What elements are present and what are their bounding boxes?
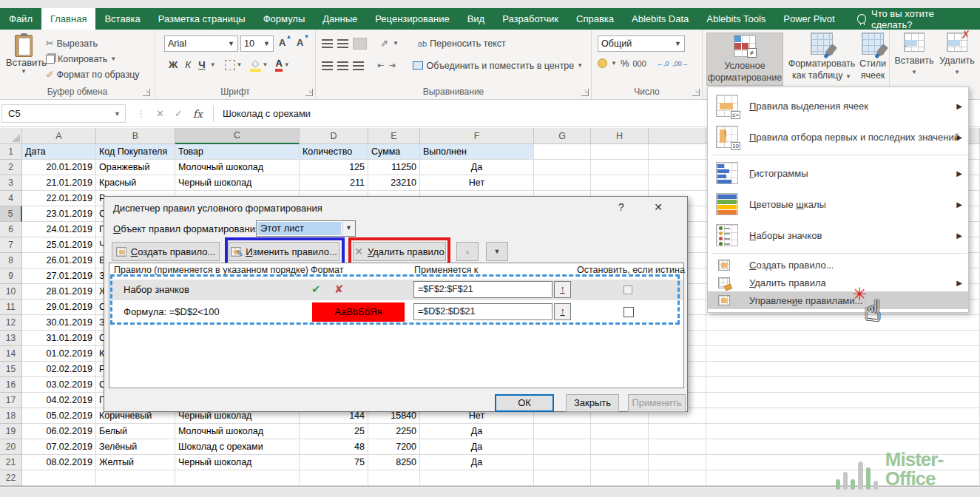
shrink-font-button[interactable]: А▼ — [294, 37, 311, 48]
cell-G1[interactable] — [534, 144, 591, 160]
cell-A2[interactable]: 20.01.2019 — [22, 160, 96, 175]
cell-B21[interactable]: Желтый — [96, 455, 175, 470]
cell-H2[interactable] — [591, 160, 649, 175]
orientation-caret[interactable]: ▼ — [393, 40, 399, 47]
menu-item-data-bars[interactable]: Гистограммы ▶ — [708, 158, 968, 189]
menu-item-top-bottom-rules[interactable]: ↑10 Правила отбора первых и последних зн… — [708, 121, 968, 152]
ribbon-tab-данные[interactable]: Данные — [314, 8, 366, 30]
decrease-indent-icon[interactable]: ⇤ — [377, 61, 384, 70]
cell-F2[interactable]: Да — [420, 160, 534, 175]
move-up-button[interactable]: ▲ — [456, 242, 479, 261]
apply-button[interactable]: Применить — [628, 394, 686, 412]
cell-I3[interactable] — [649, 175, 706, 191]
cell-H3[interactable] — [591, 175, 649, 191]
collapse-dialog-button[interactable]: ↑ — [554, 281, 571, 298]
fill-color-caret[interactable]: ▼ — [263, 61, 268, 68]
cell-G22[interactable] — [534, 470, 591, 486]
ribbon-tab-ablebits-tools[interactable]: Ablebits Tools — [697, 8, 774, 30]
cell-A20[interactable]: 07.02.2019 — [22, 439, 96, 455]
format-as-table-button[interactable]: Форматировать как таблицу ▼ — [788, 33, 856, 83]
column-header-F[interactable]: F — [420, 128, 534, 144]
insert-cells-button[interactable]: ← Вставить ▼ — [894, 33, 934, 78]
cell-I22[interactable] — [649, 470, 706, 486]
cell-A17[interactable]: 04.02.2019 — [22, 393, 96, 408]
tell-me-box[interactable]: Что вы хотите сделать? — [848, 8, 980, 30]
ribbon-tab-файл[interactable]: Файл — [0, 8, 41, 30]
cell-D21[interactable]: 75 — [300, 455, 368, 470]
percent-style-button[interactable]: % — [621, 58, 629, 69]
accounting-format-icon[interactable] — [598, 58, 607, 68]
cell-A21[interactable]: 08.02.2019 — [22, 455, 96, 470]
rule-row-formula[interactable]: Формула: =$D$2<100 АаВbБбЯя =$D$2:$D$21 … — [110, 302, 683, 322]
cell-E20[interactable]: 7200 — [368, 439, 420, 455]
help-button[interactable]: ? — [613, 201, 629, 213]
borders-icon[interactable] — [225, 60, 235, 70]
menu-item-clear-rules[interactable]: Удалить правила ▶ — [708, 274, 968, 291]
row-header-17[interactable]: 17 — [0, 393, 22, 408]
cell-A22[interactable] — [22, 470, 96, 486]
row-header-13[interactable]: 13 — [0, 331, 22, 346]
column-header-G[interactable]: G — [534, 128, 591, 144]
cell-A15[interactable]: 02.02.2019 — [22, 362, 96, 377]
fill-color-icon[interactable]: ◇ — [250, 58, 261, 72]
close-button[interactable]: Закрыть — [566, 394, 619, 412]
paste-button[interactable]: Вставить ▼ — [6, 33, 41, 89]
cell-H22[interactable] — [591, 470, 649, 486]
align-bottom-icon[interactable] — [353, 38, 367, 50]
ribbon-tab-power-pivot[interactable]: Power Pivot — [774, 8, 843, 30]
column-header-A[interactable]: A — [22, 128, 96, 144]
cell-B19[interactable]: Белый — [96, 424, 175, 439]
cell-A7[interactable]: 25.01.2019 — [22, 237, 96, 253]
cell-A9[interactable]: 27.01.2019 — [22, 268, 96, 284]
row-header-20[interactable]: 20 — [0, 439, 22, 455]
cell-C3[interactable]: Черный шоколад — [175, 175, 300, 191]
clipboard-dialog-launcher[interactable]: ↘ — [143, 89, 150, 96]
cell-F20[interactable]: Да — [420, 439, 534, 455]
insert-function-button[interactable]: fx — [193, 108, 203, 120]
cell-A14[interactable]: 01.02.2019 — [22, 346, 96, 362]
align-top-icon[interactable] — [322, 39, 333, 48]
cell-E19[interactable]: 2250 — [368, 424, 420, 439]
row-header-18[interactable]: 18 — [0, 408, 22, 424]
cell-I1[interactable] — [649, 144, 706, 160]
move-down-button[interactable]: ▼ — [486, 242, 508, 261]
row-header-9[interactable]: 9 — [0, 268, 22, 284]
ribbon-tab-разметка-страницы[interactable]: Разметка страницы — [149, 8, 254, 30]
cell-A11[interactable]: 29.01.2019 — [22, 300, 96, 315]
cell-D1[interactable]: Количество — [300, 144, 368, 160]
orientation-icon[interactable]: ⇗ — [380, 38, 388, 49]
cell-E3[interactable]: 23210 — [368, 175, 420, 191]
ribbon-tab-справка[interactable]: Справка — [567, 8, 623, 30]
new-rule-button[interactable]: Создать правило... — [112, 242, 220, 261]
delete-rule-button[interactable]: ✕ Удалить правило — [353, 242, 446, 261]
increase-decimal-button[interactable]: ←,0 — [657, 60, 669, 67]
cell-A10[interactable]: 28.01.2019 — [22, 284, 96, 300]
row-header-12[interactable]: 12 — [0, 315, 22, 331]
font-name-combo[interactable]: Arial▼ — [164, 36, 238, 52]
number-format-combo[interactable]: Общий▼ — [598, 36, 685, 52]
ribbon-tab-ablebits-data[interactable]: Ablebits Data — [623, 8, 697, 30]
ribbon-tab-рецензирование[interactable]: Рецензирование — [366, 8, 458, 30]
row-header-19[interactable]: 19 — [0, 424, 22, 439]
menu-item-manage-rules[interactable]: Управление правилами... — [708, 291, 968, 309]
stop-if-true-checkbox[interactable] — [624, 285, 632, 294]
grow-font-button[interactable]: А▲ — [277, 37, 294, 48]
cell-B20[interactable]: Зелёный — [96, 439, 175, 455]
cell-A1[interactable]: Дата — [22, 144, 96, 160]
font-dialog-launcher[interactable]: ↘ — [305, 89, 313, 96]
row-header-14[interactable]: 14 — [0, 346, 22, 362]
cell-F1[interactable]: Выполнен — [420, 144, 534, 160]
close-icon[interactable]: ✕ — [649, 201, 668, 213]
cell-F21[interactable]: Да — [420, 455, 534, 470]
menu-item-new-rule[interactable]: Создать правило... — [708, 256, 968, 274]
alignment-dialog-launcher[interactable]: ↘ — [581, 89, 589, 96]
align-right-icon[interactable] — [353, 61, 364, 70]
row-header-7[interactable]: 7 — [0, 237, 22, 253]
number-dialog-launcher[interactable]: ↘ — [692, 89, 700, 96]
cell-A16[interactable]: 03.02.2019 — [22, 377, 96, 393]
menu-item-highlight-cells-rules[interactable]: ≤> Правила выделения ячеек ▶ — [708, 90, 968, 121]
cell-A5[interactable]: 23.01.2019 — [22, 206, 96, 222]
cancel-button[interactable]: ✕ — [156, 108, 164, 119]
underline-caret[interactable]: ▼ — [210, 61, 216, 68]
accounting-caret[interactable]: ▼ — [611, 60, 617, 67]
